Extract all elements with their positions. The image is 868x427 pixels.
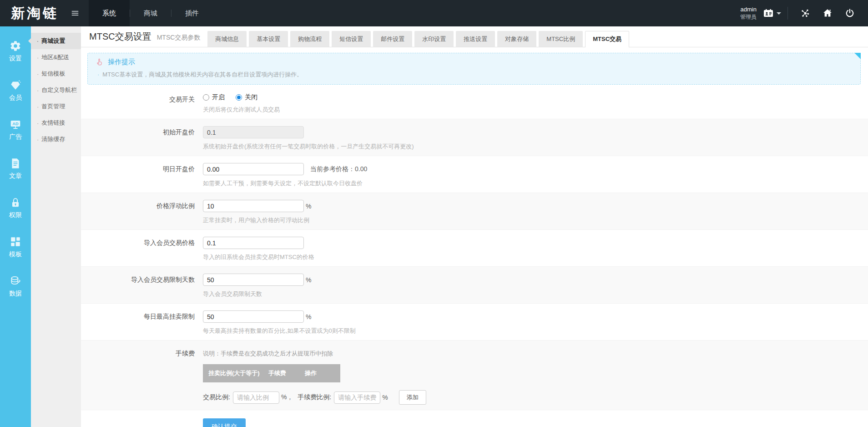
fee-percent-suffix: % xyxy=(382,394,388,401)
row-import-days: 导入会员交易限制天数 % 导入会员交易限制天数 xyxy=(81,267,868,304)
top-bar: 新淘链 系统 商城 插件 admin 管理员 xyxy=(0,0,868,26)
sidebar-item-region-delivery[interactable]: · 地区&配送 xyxy=(31,49,81,66)
content-area: MTSC交易设置 MTSC交易参数 商城信息 基本设置 购物流程 短信设置 邮件… xyxy=(81,26,868,427)
top-menu-system[interactable]: 系统 xyxy=(89,0,130,26)
logout-button[interactable] xyxy=(844,8,855,19)
module-permission[interactable]: 权限 xyxy=(0,188,31,228)
tab-object-storage[interactable]: 对象存储 xyxy=(497,31,536,47)
radio-closed[interactable] xyxy=(236,94,242,101)
sidebar-item-label: 首页管理 xyxy=(41,102,65,111)
row-fee: 手续费 说明：手续费是在交易成功之后才从提现币中扣除 挂卖比例(大于等于) 手续… xyxy=(81,341,868,410)
import-price-input[interactable] xyxy=(203,237,304,249)
main-layout: 设置 会员 AD 广告 文章 xyxy=(0,26,868,427)
module-member[interactable]: 会员 xyxy=(0,71,31,110)
daily-sell-limit-input[interactable] xyxy=(203,310,304,323)
module-ad[interactable]: AD 广告 xyxy=(0,110,31,149)
profile-card-button[interactable] xyxy=(762,8,775,19)
percent-suffix: % xyxy=(306,313,311,320)
network-icon xyxy=(800,8,811,19)
user-info: admin 管理员 xyxy=(740,6,757,20)
sidebar-item-shop-settings[interactable]: · 商城设置 xyxy=(31,33,81,49)
tab-basic-settings[interactable]: 基本设置 xyxy=(249,31,288,47)
import-days-input[interactable] xyxy=(203,274,304,286)
collapse-menu-icon[interactable] xyxy=(63,0,87,26)
tab-watermark-settings[interactable]: 水印设置 xyxy=(414,31,454,47)
row-initial-price: 初始开盘价 系统初始开盘价(系统没有任何一笔交易时取的价格，一旦产生交易就不可再… xyxy=(81,119,868,156)
row-daily-sell-limit: 每日最高挂卖限制 % 每天最高挂卖持有数量的百分比,如果不设置或为0则不限制 xyxy=(81,304,868,341)
fee-percent-label: 手续费比例: xyxy=(298,393,331,402)
module-data[interactable]: 数据 xyxy=(0,267,31,306)
fee-note: 说明：手续费是在交易成功之后才从提现币中扣除 xyxy=(203,347,868,358)
module-article[interactable]: 文章 xyxy=(0,149,31,188)
top-menu-mall[interactable]: 商城 xyxy=(130,0,171,26)
hamburger-icon xyxy=(71,9,80,18)
submit-button[interactable]: 确认提交 xyxy=(203,418,246,427)
fee-ratio-input[interactable] xyxy=(233,391,279,404)
sidebar-item-label: 商城设置 xyxy=(41,37,65,45)
tab-shop-info[interactable]: 商城信息 xyxy=(207,31,247,47)
tab-mtsc-ratio[interactable]: MTSC比例 xyxy=(539,31,583,47)
chevron-down-icon[interactable] xyxy=(777,12,781,15)
toolbar-divider xyxy=(787,7,788,20)
field-help: 每天最高挂卖持有数量的百分比,如果不设置或为0则不限制 xyxy=(203,327,868,335)
field-label: 每日最高挂卖限制 xyxy=(81,310,203,335)
field-help: 导入的旧系统会员挂卖交易时MTSC的价格 xyxy=(203,253,868,261)
row-float-ratio: 价格浮动比例 % 正常挂卖时，用户输入价格的可浮动比例 xyxy=(81,193,868,230)
notice-item-text: MTSC基本设置，商城及其他模块相关内容在其各自栏目设置项内进行操作。 xyxy=(102,71,303,78)
module-settings[interactable]: 设置 xyxy=(0,32,31,71)
top-bar-right: admin 管理员 xyxy=(740,0,868,26)
tab-shopping-flow[interactable]: 购物流程 xyxy=(290,31,329,47)
app-logo: 新淘链 xyxy=(0,0,63,26)
module-label: 权限 xyxy=(9,211,22,219)
notice-item: ·MTSC基本设置，商城及其他模块相关内容在其各自栏目设置项内进行操作。 xyxy=(95,71,853,79)
row-import-price: 导入会员交易价格 导入的旧系统会员挂卖交易时MTSC的价格 xyxy=(81,230,868,267)
tab-mtsc-trade[interactable]: MTSC交易 xyxy=(585,31,629,47)
top-menu-plugins[interactable]: 插件 xyxy=(172,0,212,26)
sidebar-item-label: 短信模板 xyxy=(41,70,65,78)
lock-icon xyxy=(10,197,21,208)
radio-closed-label[interactable]: 关闭 xyxy=(245,93,257,102)
home-button[interactable] xyxy=(822,8,833,19)
fee-add-row: 交易比例: %， 手续费比例: % 添加 xyxy=(203,390,868,405)
radio-open-label[interactable]: 开启 xyxy=(212,93,225,102)
module-label: 文章 xyxy=(9,172,22,180)
bullet: · xyxy=(37,136,39,143)
tab-mail-settings[interactable]: 邮件设置 xyxy=(373,31,412,47)
field-label: 交易开关 xyxy=(81,93,203,114)
field-label: 明日开盘价 xyxy=(81,163,203,188)
module-label: 会员 xyxy=(9,94,22,102)
sidebar-item-friend-links[interactable]: · 友情链接 xyxy=(31,115,81,131)
bullet: · xyxy=(37,103,39,110)
page-title: MTSC交易设置 xyxy=(89,30,151,43)
tomorrow-price-input[interactable] xyxy=(203,163,304,175)
field-label-spacer xyxy=(81,418,203,427)
ad-billboard-icon: AD xyxy=(10,118,21,130)
bullet: · xyxy=(37,87,39,94)
bullet: · xyxy=(37,54,39,61)
submenu-sidebar: · 商城设置 · 地区&配送 · 短信模板 · 自定义导航栏 · 首页管理 · … xyxy=(31,26,81,427)
add-fee-button[interactable]: 添加 xyxy=(399,390,426,405)
sidebar-item-custom-nav[interactable]: · 自定义导航栏 xyxy=(31,82,81,98)
module-sidebar: 设置 会员 AD 广告 文章 xyxy=(0,26,31,427)
radio-open[interactable] xyxy=(203,94,209,101)
fee-table-header: 挂卖比例(大于等于) 手续费 操作 xyxy=(203,364,340,382)
sidebar-item-sms-template[interactable]: · 短信模板 xyxy=(31,66,81,82)
float-ratio-input[interactable] xyxy=(203,200,304,212)
settings-form: 交易开关 开启 关闭 关闭后将仅允许测试人员交易 初始开盘价 xyxy=(81,86,868,427)
fee-col-ratio: 挂卖比例(大于等于) xyxy=(208,369,268,377)
tab-push-settings[interactable]: 推送设置 xyxy=(456,31,495,47)
tab-sms-settings[interactable]: 短信设置 xyxy=(332,31,371,47)
id-card-icon xyxy=(762,8,775,19)
module-template[interactable]: 模板 xyxy=(0,228,31,267)
sidebar-item-label: 友情链接 xyxy=(41,119,65,127)
bullet: · xyxy=(37,38,39,45)
percent-suffix: % xyxy=(306,276,311,284)
hand-pointer-icon xyxy=(95,58,104,66)
sidebar-item-label: 地区&配送 xyxy=(41,53,69,61)
field-label: 价格浮动比例 xyxy=(81,200,203,224)
sidebar-item-clear-cache[interactable]: · 清除缓存 xyxy=(31,131,81,147)
network-button[interactable] xyxy=(800,8,811,19)
fee-percent-input[interactable] xyxy=(334,391,380,404)
diamond-icon xyxy=(10,79,21,91)
sidebar-item-home-manage[interactable]: · 首页管理 xyxy=(31,98,81,115)
